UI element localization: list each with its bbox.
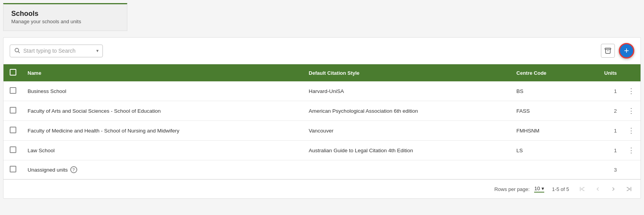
table-row: Faculty of Medicine and Health - School …: [3, 121, 641, 141]
row-citation: Vancouver: [303, 121, 511, 141]
table-header-row: Name Default Citation Style Centre Code …: [3, 64, 641, 81]
row-checkbox-cell[interactable]: [3, 121, 22, 141]
header-checkbox-cell[interactable]: [3, 64, 22, 81]
add-button[interactable]: +: [619, 43, 634, 58]
pagination-bar: Rows per page: 10 ▾ 1-5 of 5: [3, 179, 641, 198]
row-checkbox[interactable]: [10, 166, 16, 172]
row-checkbox[interactable]: [10, 87, 16, 94]
page-title: Schools: [11, 10, 119, 18]
row-checkbox-cell[interactable]: [3, 81, 22, 101]
schools-table: Name Default Citation Style Centre Code …: [3, 64, 641, 179]
row-centre-code: FMHSNM: [511, 121, 582, 141]
table-row: Faculty of Arts and Social Sciences - Sc…: [3, 101, 641, 121]
row-centre-code: BS: [511, 81, 582, 101]
row-checkbox-cell[interactable]: [3, 101, 22, 121]
toolbar-right: +: [601, 43, 634, 58]
toolbar: Start typing to Search ▾ +: [3, 38, 641, 64]
header-checkbox[interactable]: [10, 69, 16, 76]
row-centre-code: [511, 160, 582, 179]
help-icon[interactable]: ?: [70, 166, 77, 173]
row-citation: Australian Guide to Legal Citation 4th E…: [303, 141, 511, 160]
main-container: Start typing to Search ▾ + Name Default …: [3, 37, 641, 199]
row-menu-button: [622, 160, 641, 179]
row-menu-button[interactable]: ⋮: [622, 101, 641, 121]
column-header-name: Name: [22, 64, 303, 81]
prev-page-button[interactable]: [592, 184, 603, 194]
svg-rect-2: [605, 48, 611, 49]
row-units: 3: [582, 160, 622, 179]
row-checkbox[interactable]: [10, 127, 16, 133]
svg-point-0: [15, 48, 19, 52]
row-units: 1: [582, 81, 622, 101]
search-box[interactable]: Start typing to Search ▾: [10, 45, 103, 57]
column-header-centre: Centre Code: [511, 64, 582, 81]
rows-per-page-label: Rows per page:: [494, 186, 529, 192]
row-menu-button[interactable]: ⋮: [622, 121, 641, 141]
row-centre-code: FASS: [511, 101, 582, 121]
search-dropdown-icon[interactable]: ▾: [96, 48, 99, 53]
archive-button[interactable]: [601, 44, 615, 58]
row-name: Unassigned units ?: [22, 160, 303, 179]
rows-per-page-value: 10: [534, 186, 540, 191]
row-name: Faculty of Arts and Social Sciences - Sc…: [22, 101, 303, 121]
row-units: 1: [582, 121, 622, 141]
unassigned-label: Unassigned units ?: [28, 166, 77, 173]
svg-line-1: [18, 52, 20, 53]
search-icon: [14, 47, 20, 55]
row-units: 2: [582, 101, 622, 121]
row-citation: American Psychological Association 6th e…: [303, 101, 511, 121]
table-row: Business SchoolHarvard-UniSABS1⋮: [3, 81, 641, 101]
first-page-button[interactable]: [577, 184, 588, 194]
page-info: 1-5 of 5: [552, 186, 569, 192]
search-placeholder: Start typing to Search: [23, 48, 94, 54]
row-citation: [303, 160, 511, 179]
row-name: Law School: [22, 141, 303, 160]
rows-per-page-dropdown-icon[interactable]: ▾: [542, 186, 544, 191]
next-page-button[interactable]: [608, 184, 619, 194]
row-menu-button[interactable]: ⋮: [622, 141, 641, 160]
table-row: Unassigned units ?3: [3, 160, 641, 179]
page-subtitle: Manage your schools and units: [11, 19, 119, 24]
row-checkbox[interactable]: [10, 107, 16, 114]
last-page-button[interactable]: [623, 184, 634, 194]
row-citation: Harvard-UniSA: [303, 81, 511, 101]
row-menu-button[interactable]: ⋮: [622, 81, 641, 101]
column-header-citation: Default Citation Style: [303, 64, 511, 81]
table-row: Law SchoolAustralian Guide to Legal Cita…: [3, 141, 641, 160]
row-centre-code: LS: [511, 141, 582, 160]
row-checkbox-cell[interactable]: [3, 160, 22, 179]
column-header-menu: [622, 64, 641, 81]
column-header-units: Units: [582, 64, 622, 81]
rows-per-page-select[interactable]: 10 ▾: [534, 186, 544, 193]
row-name: Business School: [22, 81, 303, 101]
row-checkbox[interactable]: [10, 146, 16, 153]
row-units: 1: [582, 141, 622, 160]
header-panel: Schools Manage your schools and units: [3, 3, 127, 31]
row-checkbox-cell[interactable]: [3, 141, 22, 160]
row-name: Faculty of Medicine and Health - School …: [22, 121, 303, 141]
